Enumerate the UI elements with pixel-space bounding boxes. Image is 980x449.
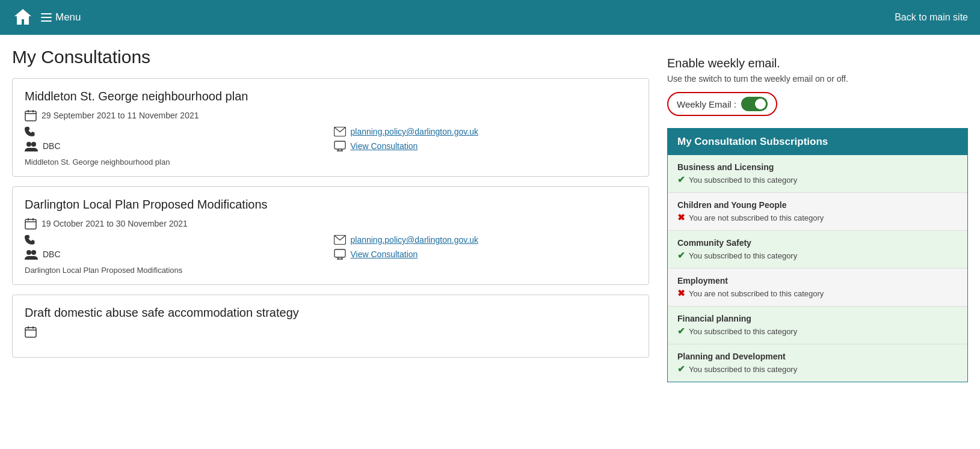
consultation-title-2: Darlington Local Plan Proposed Modificat… — [25, 198, 636, 212]
weekly-email-toggle[interactable] — [741, 97, 768, 111]
svg-rect-2 — [41, 20, 52, 22]
svg-point-8 — [31, 142, 36, 147]
subscription-status-text-0: You subscribed to this category — [689, 176, 797, 185]
subscriptions-list: Business and Licensing✔You subscribed to… — [668, 155, 967, 382]
subscription-name-0: Business and Licensing — [677, 162, 958, 172]
subscription-item-3[interactable]: Employment✖You are not subscribed to thi… — [668, 269, 967, 307]
right-column: Enable weekly email. Use the switch to t… — [667, 47, 968, 382]
email-link-1[interactable]: planning.policy@darlington.gov.uk — [351, 127, 478, 136]
subscription-name-3: Employment — [677, 276, 958, 286]
svg-rect-0 — [41, 13, 52, 14]
cross-icon: ✖ — [677, 212, 685, 223]
calendar-icon-3 — [25, 326, 37, 338]
header-left: Menu — [12, 7, 81, 28]
hamburger-icon — [41, 13, 52, 22]
subscription-status-0: ✔You subscribed to this category — [677, 174, 958, 185]
svg-rect-3 — [25, 111, 36, 121]
consultation-description-1: Middleton St. George neighbourhood plan — [25, 157, 636, 166]
back-to-main-link[interactable]: Back to main site — [895, 12, 968, 23]
subscription-status-text-1: You are not subscribed to this category — [689, 213, 824, 222]
group-icon-1 — [25, 141, 38, 151]
consultation-details-2: planning.policy@darlington.gov.uk DBC — [25, 234, 636, 260]
svg-point-7 — [26, 142, 31, 147]
subscription-status-text-4: You subscribed to this category — [689, 327, 797, 336]
subscription-item-0[interactable]: Business and Licensing✔You subscribed to… — [668, 155, 967, 193]
subscription-item-4[interactable]: Financial planning✔You subscribed to thi… — [668, 307, 967, 344]
svg-rect-12 — [32, 218, 34, 221]
weekly-email-title: Enable weekly email. — [667, 57, 968, 70]
subscription-status-text-3: You are not subscribed to this category — [689, 289, 824, 298]
svg-rect-9 — [334, 141, 345, 149]
svg-rect-1 — [41, 17, 52, 18]
consultation-title-1: Middleton St. George neighbourhood plan — [25, 90, 636, 103]
consultation-date-2: 19 October 2021 to 30 November 2021 — [42, 219, 188, 228]
subscription-status-5: ✔You subscribed to this category — [677, 364, 958, 374]
cross-icon: ✖ — [677, 288, 685, 299]
weekly-email-label: Weekly Email : — [677, 99, 736, 109]
check-icon: ✔ — [677, 250, 685, 261]
subscription-name-1: Children and Young People — [677, 200, 958, 210]
subscription-item-1[interactable]: Children and Young People✖You are not su… — [668, 193, 967, 231]
subscription-status-3: ✖You are not subscribed to this category — [677, 288, 958, 299]
subscription-item-5[interactable]: Planning and Development✔You subscribed … — [668, 344, 967, 382]
subscriptions-header: My Consultation Subscriptions — [668, 129, 967, 155]
site-header: Menu Back to main site — [0, 0, 980, 35]
page-title: My Consultations — [12, 47, 649, 67]
menu-button[interactable]: Menu — [41, 11, 81, 23]
svg-rect-11 — [28, 218, 29, 221]
subscription-item-2[interactable]: Community Safety✔You subscribed to this … — [668, 231, 967, 269]
main-container: My Consultations Middleton St. George ne… — [0, 35, 980, 394]
consultation-email-2: planning.policy@darlington.gov.uk — [334, 234, 637, 245]
svg-point-14 — [26, 250, 31, 255]
consultation-date-1: 29 September 2021 to 11 November 2021 — [42, 111, 199, 120]
subscription-name-5: Planning and Development — [677, 352, 958, 361]
svg-point-15 — [31, 250, 36, 255]
svg-rect-19 — [32, 326, 34, 329]
subscription-name-2: Community Safety — [677, 238, 958, 248]
consultation-card-3: Draft domestic abuse safe accommodation … — [12, 295, 649, 358]
org-name-2: DBC — [43, 249, 61, 259]
svg-rect-16 — [334, 249, 345, 257]
view-consultation-link-2[interactable]: View Consultation — [351, 249, 418, 259]
subscription-status-1: ✖You are not subscribed to this category — [677, 212, 958, 223]
check-icon: ✔ — [677, 364, 685, 374]
svg-rect-10 — [25, 219, 36, 229]
check-icon: ✔ — [677, 174, 685, 185]
subscription-status-2: ✔You subscribed to this category — [677, 250, 958, 261]
phone-icon-2 — [25, 234, 35, 245]
svg-rect-5 — [32, 110, 34, 112]
weekly-email-section: Enable weekly email. Use the switch to t… — [667, 47, 968, 128]
phone-icon — [25, 126, 35, 137]
weekly-email-toggle-row: Weekly Email : — [667, 92, 777, 116]
consultation-email-1: planning.policy@darlington.gov.uk — [334, 126, 637, 137]
consultation-org-1: DBC — [25, 141, 328, 151]
calendar-icon-2 — [25, 218, 37, 230]
consultation-phone-1 — [25, 126, 328, 137]
consultation-org-2: DBC — [25, 249, 328, 260]
consultation-description-2: Darlington Local Plan Proposed Modificat… — [25, 266, 636, 275]
consultation-card-2: Darlington Local Plan Proposed Modificat… — [12, 186, 649, 285]
home-icon[interactable] — [12, 7, 34, 28]
consultation-view-2: View Consultation — [334, 249, 637, 260]
consultation-date-row-1: 29 September 2021 to 11 November 2021 — [25, 109, 636, 121]
email-icon-1 — [334, 127, 346, 136]
email-icon-2 — [334, 235, 346, 245]
subscriptions-section: My Consultation Subscriptions Business a… — [667, 128, 968, 382]
subscription-name-4: Financial planning — [677, 314, 958, 323]
weekly-email-desc: Use the switch to turn the weekly email … — [667, 74, 968, 84]
org-name-1: DBC — [43, 141, 61, 151]
monitor-icon-2 — [334, 249, 346, 260]
subscription-status-text-5: You subscribed to this category — [689, 365, 797, 374]
toggle-track — [741, 97, 768, 111]
svg-rect-18 — [28, 326, 29, 329]
subscription-status-4: ✔You subscribed to this category — [677, 326, 958, 337]
consultation-date-row-2: 19 October 2021 to 30 November 2021 — [25, 218, 636, 230]
subscription-status-text-2: You subscribed to this category — [689, 251, 797, 260]
consultation-card-1: Middleton St. George neighbourhood plan … — [12, 78, 649, 177]
consultation-date-row-3 — [25, 326, 636, 338]
consultation-phone-2 — [25, 234, 328, 245]
view-consultation-link-1[interactable]: View Consultation — [351, 141, 418, 151]
svg-rect-17 — [25, 328, 36, 337]
consultation-title-3: Draft domestic abuse safe accommodation … — [25, 306, 636, 320]
email-link-2[interactable]: planning.policy@darlington.gov.uk — [351, 235, 478, 245]
